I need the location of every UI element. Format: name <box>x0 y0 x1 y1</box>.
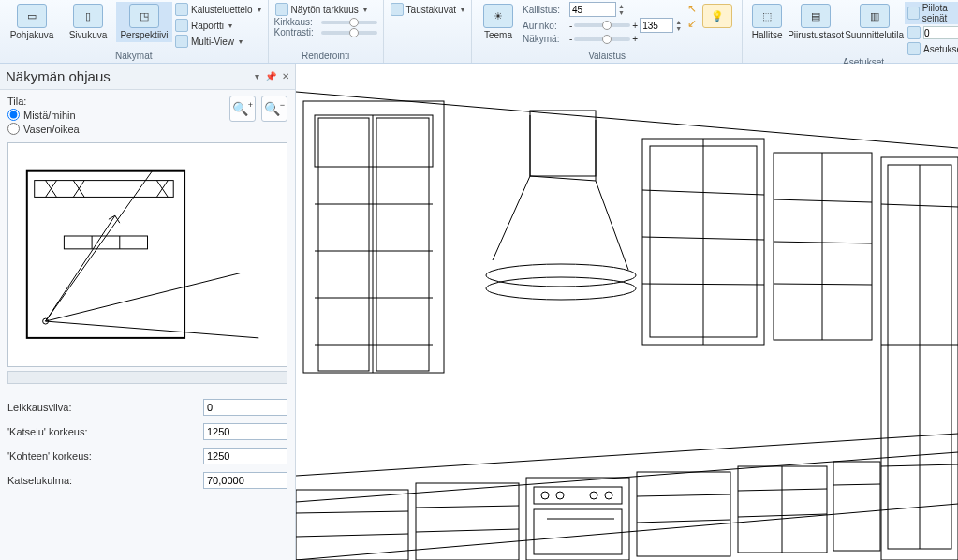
sun-slider[interactable] <box>574 23 630 27</box>
tilt-label: Kallistus: <box>523 5 567 15</box>
manage-icon: ⬚ <box>752 4 782 28</box>
furniture-list-button[interactable]: Kalusteluettelo ▾ <box>172 2 264 17</box>
draw-levels-button[interactable]: ▤ Piirustustasot <box>788 2 844 42</box>
side-view-button[interactable]: ▯ Sivukuva <box>60 2 116 42</box>
viewangle-label: Katselukulma: <box>7 475 203 486</box>
hide-walls-icon <box>907 7 920 20</box>
mode-fromto-radio[interactable] <box>7 109 20 121</box>
svg-rect-64 <box>534 509 622 554</box>
svg-line-67 <box>637 494 730 496</box>
svg-line-19 <box>296 434 958 476</box>
accuracy-label: Näytön tarkkuus <box>291 5 359 15</box>
svg-rect-28 <box>318 118 369 371</box>
design-mode-button[interactable]: ▥ Suunnittelutila <box>844 2 905 42</box>
svg-line-68 <box>637 520 730 523</box>
mode-label: Tila: <box>7 96 80 107</box>
manage-button[interactable]: ⬚ Hallitse <box>746 2 788 42</box>
ribbon-group-views: ▭ Pohjakuva ▯ Sivukuva ◳ Perspektiivi Ka… <box>0 0 269 63</box>
viewheight-input[interactable] <box>203 423 287 440</box>
svg-line-14 <box>46 215 115 321</box>
theme-button[interactable]: ☀ Teema <box>476 2 521 42</box>
bulb-button[interactable]: 💡 <box>697 2 738 32</box>
bgimages-icon <box>391 3 404 16</box>
plan-preview[interactable] <box>7 142 287 367</box>
plan-view-button[interactable]: ▭ Pohjakuva <box>4 2 60 42</box>
gear-icon <box>907 42 921 55</box>
mode-leftright-radio[interactable] <box>7 123 20 135</box>
svg-line-54 <box>296 534 408 537</box>
view-slider[interactable] <box>574 37 630 41</box>
chevron-down-icon: ▾ <box>228 22 232 30</box>
svg-line-53 <box>296 511 408 513</box>
chevron-down-icon: ▾ <box>461 6 464 14</box>
ribbon-group-settings: ⬚ Hallitse ▤ Piirustustasot ▥ Suunnittel… <box>743 0 958 63</box>
perspective-label: Perspektiivi <box>120 30 168 40</box>
svg-point-60 <box>541 492 549 499</box>
svg-rect-73 <box>833 462 880 551</box>
svg-line-74 <box>833 484 880 485</box>
theme-label: Teema <box>484 30 512 40</box>
view-control-panel: Näkymän ohjaus ▾ 📌 ✕ Tila: Mistä/mihin V… <box>0 64 296 560</box>
manage-label: Hallitse <box>752 30 783 40</box>
tilt-input[interactable] <box>569 2 616 17</box>
design-mode-icon: ▥ <box>860 4 890 28</box>
mode-fromto[interactable]: Mistä/mihin <box>7 109 80 121</box>
viewport-svg <box>296 64 958 560</box>
svg-rect-59 <box>534 487 622 504</box>
svg-rect-29 <box>376 118 429 371</box>
mode-leftright[interactable]: Vasen/oikea <box>7 123 80 135</box>
arrow-sw-icon[interactable]: ↙ <box>687 17 697 30</box>
num-input[interactable] <box>923 26 958 39</box>
dropdown-icon[interactable]: ▾ <box>255 71 259 81</box>
zoom-in-button[interactable]: 🔍+ <box>229 96 256 122</box>
theme-icon: ☀ <box>483 4 513 28</box>
report-button[interactable]: Raportti ▾ <box>172 18 264 33</box>
pin-icon[interactable]: 📌 <box>265 71 276 81</box>
sun-spinner[interactable]: ▲▼ <box>675 19 682 32</box>
bgimages-button[interactable]: Taustakuvat ▾ <box>388 2 467 17</box>
ribbon-group-render-label: Renderöinti <box>273 50 379 63</box>
panel-header: Näkymän ohjaus ▾ 📌 ✕ <box>0 64 295 90</box>
brightness-slider <box>321 21 377 24</box>
hide-walls-button[interactable]: Piilota seinät ▾ <box>905 2 958 24</box>
draw-levels-label: Piirustustasot <box>788 30 844 40</box>
cutline-label: Leikkausviiva: <box>7 402 203 413</box>
multiview-button[interactable]: Multi-View ▾ <box>172 34 264 49</box>
sun-input[interactable] <box>640 18 673 33</box>
furniture-list-icon <box>175 3 188 16</box>
draw-levels-icon: ▤ <box>801 4 831 28</box>
svg-point-61 <box>556 492 564 499</box>
perspective-icon: ◳ <box>129 4 159 28</box>
perspective-button[interactable]: ◳ Perspektiivi <box>116 2 172 42</box>
brightness-label: Kirkkaus: <box>274 17 319 27</box>
chevron-down-icon: ▾ <box>258 6 261 14</box>
multiview-icon <box>175 35 188 48</box>
svg-rect-21 <box>303 101 444 373</box>
chevron-down-icon: ▾ <box>363 6 367 14</box>
tilt-spinner[interactable]: ▲▼ <box>618 3 625 16</box>
mode-fromto-label: Mistä/mihin <box>23 110 76 121</box>
bulb-icon: 💡 <box>702 4 732 28</box>
ribbon-bgimages: Taustakuvat ▾ <box>384 0 471 63</box>
spacer <box>388 50 467 63</box>
report-label: Raportti <box>191 21 224 31</box>
multiview-label: Multi-View <box>191 37 234 47</box>
cutline-input[interactable] <box>203 399 287 416</box>
num-icon <box>907 26 921 39</box>
panel-title: Näkymän ohjaus <box>6 68 111 84</box>
accuracy-icon <box>275 3 288 16</box>
chevron-down-icon: ▾ <box>239 37 243 46</box>
close-icon[interactable]: ✕ <box>282 71 289 81</box>
settings-button[interactable]: Asetukset ▾ <box>905 41 958 56</box>
perspective-viewport[interactable] <box>296 64 958 560</box>
preview-scroll-h[interactable] <box>7 371 287 384</box>
svg-point-63 <box>605 492 612 499</box>
zoom-out-button[interactable]: 🔍− <box>261 96 287 122</box>
arrow-nw-icon[interactable]: ↖ <box>687 2 697 15</box>
sun-label: Aurinko: <box>523 21 567 31</box>
display-accuracy-button[interactable]: Näytön tarkkuus ▾ <box>273 2 370 17</box>
svg-line-57 <box>416 529 519 532</box>
targetheight-input[interactable] <box>203 448 287 464</box>
contrast-slider <box>321 31 377 35</box>
viewangle-input[interactable] <box>203 472 287 489</box>
